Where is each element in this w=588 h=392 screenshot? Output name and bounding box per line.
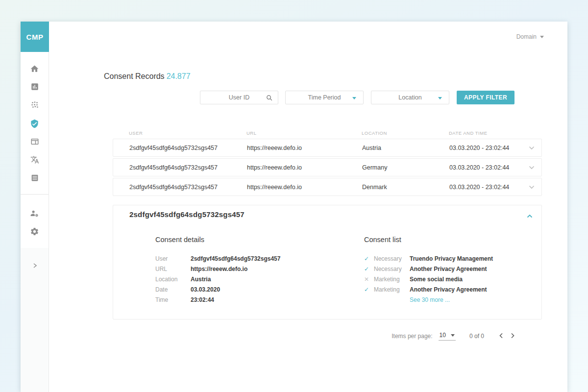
detail-label: URL xyxy=(155,266,191,272)
chevron-down-icon xyxy=(438,97,442,99)
dots-grid-icon xyxy=(30,100,39,109)
items-per-page-label: Items per page: xyxy=(392,333,432,340)
detail-label: Location xyxy=(155,276,191,283)
chevron-down-icon[interactable] xyxy=(529,166,535,170)
consent-status-icon: ✓ xyxy=(364,255,374,262)
sidebar-item-translations[interactable] xyxy=(29,154,41,166)
consent-list-item: ✓ Marketing Another Privacy Agreement xyxy=(364,284,493,294)
items-per-page-value: 10 xyxy=(440,332,446,339)
web-layout-icon xyxy=(30,137,39,146)
pagination-range: 0 of 0 xyxy=(469,333,484,340)
gear-icon xyxy=(30,227,39,236)
apply-filter-button[interactable]: APPLY FILTER xyxy=(457,91,514,104)
col-url: URL xyxy=(246,130,362,136)
pagination-bar: Items per page: 10 0 of 0 xyxy=(392,331,518,341)
cell-location: Denmark xyxy=(362,184,449,191)
time-period-label: Time Period xyxy=(308,94,341,101)
detail-label: Date xyxy=(155,286,191,293)
items-per-page-select[interactable]: 10 xyxy=(439,332,456,341)
detail-label: Time xyxy=(155,296,191,303)
chevron-down-icon xyxy=(352,97,356,99)
home-icon xyxy=(30,64,39,74)
sidebar: CMP xyxy=(21,22,49,392)
table-row[interactable]: 2sdfgvf45sdfg64sdg5732sgs457 https://ree… xyxy=(113,158,542,176)
see-more-link[interactable]: See 30 more ... xyxy=(410,294,493,305)
sidebar-item-home[interactable] xyxy=(29,63,41,74)
location-dropdown[interactable]: Location xyxy=(371,91,449,104)
sidebar-item-consent[interactable] xyxy=(29,118,41,129)
detail-row: Time 23:02:44 xyxy=(155,294,280,305)
detail-value: Austria xyxy=(191,276,280,283)
cell-user: 2sdfgvf45sdfg64sdg5732sgs457 xyxy=(129,184,247,191)
chevron-down-icon xyxy=(540,36,544,38)
detail-value: 2sdfgvf45sdfg64sdg5732sgs457 xyxy=(191,255,280,262)
detail-row: Location Austria xyxy=(155,274,280,284)
consent-status-icon: ✕ xyxy=(364,276,374,283)
sidebar-item-banner[interactable] xyxy=(29,136,41,147)
next-page-button[interactable] xyxy=(507,331,518,341)
cell-location: Germany xyxy=(362,164,449,171)
chevron-left-icon xyxy=(499,333,503,340)
user-id-input[interactable] xyxy=(215,94,264,101)
app-logo: CMP xyxy=(21,22,49,52)
consent-category: Necessary xyxy=(374,266,410,272)
cell-url: https://reeew.defo.io xyxy=(247,145,362,151)
translate-icon xyxy=(30,155,39,164)
sidebar-divider xyxy=(21,194,49,195)
table-row[interactable]: 2sdfgvf45sdfg64sdg5732sgs457 https://ree… xyxy=(113,139,542,157)
detail-row: User 2sdfgvf45sdfg64sdg5732sgs457 xyxy=(155,253,280,264)
consent-list-heading: Consent list xyxy=(364,236,493,244)
consent-list-item: ✓ Necessary Another Privacy Agreement xyxy=(364,264,493,274)
search-icon xyxy=(266,94,273,101)
chevron-down-icon[interactable] xyxy=(529,185,535,189)
main-content: Domain Consent Records24.877 Time Period… xyxy=(49,22,567,392)
app-window: CMP xyxy=(21,22,567,392)
consent-status-icon: ✓ xyxy=(364,266,374,272)
detail-value: 23:02:44 xyxy=(191,296,280,303)
consent-status-icon: ✓ xyxy=(364,286,374,293)
user-id-filter xyxy=(200,91,278,104)
detail-value: 03.03.2020 xyxy=(191,286,280,293)
consent-category: Marketing xyxy=(374,286,410,293)
sidebar-expand-button[interactable] xyxy=(29,260,41,271)
detail-row: Date 03.03.2020 xyxy=(155,284,280,294)
sidebar-item-services[interactable] xyxy=(29,99,41,111)
domain-selector[interactable]: Domain xyxy=(516,33,544,40)
cell-datetime: 03.03.2020 - 23:02:44 xyxy=(449,164,522,171)
sidebar-item-policies[interactable] xyxy=(29,172,41,184)
page-title: Consent Records24.877 xyxy=(104,72,191,81)
cell-user: 2sdfgvf45sdfg64sdg5732sgs457 xyxy=(129,145,247,151)
consent-name: Truendo Privacy Management xyxy=(410,255,493,262)
consent-list-item: ✕ Marketing Some social media xyxy=(364,274,493,284)
sidebar-item-analytics[interactable] xyxy=(29,81,41,93)
detail-row: URL https://reeew.defo.io xyxy=(155,264,280,274)
cell-url: https://reeew.defo.io xyxy=(247,164,362,171)
previous-page-button[interactable] xyxy=(495,331,507,341)
sidebar-item-settings[interactable] xyxy=(29,225,41,237)
sidebar-item-user-management[interactable] xyxy=(29,207,41,219)
consent-details-heading: Consent details xyxy=(155,236,280,244)
expanded-record-panel: 2sdfgvf45sdfg64sdg5732sgs457 Consent det… xyxy=(113,205,542,319)
user-settings-icon xyxy=(30,209,39,218)
chevron-right-icon xyxy=(511,333,515,340)
time-period-dropdown[interactable]: Time Period xyxy=(285,91,364,104)
location-label: Location xyxy=(398,94,421,101)
detail-value: https://reeew.defo.io xyxy=(191,266,280,272)
cell-user: 2sdfgvf45sdfg64sdg5732sgs457 xyxy=(129,164,247,171)
chevron-right-icon xyxy=(32,263,38,269)
col-location: LOCATION xyxy=(362,130,449,136)
detail-label: User xyxy=(155,255,191,262)
document-lines-icon xyxy=(30,173,39,182)
col-user: USER xyxy=(129,130,246,136)
consent-name: Another Privacy Agreement xyxy=(410,266,493,272)
consent-name: Some social media xyxy=(410,276,493,283)
cell-url: https://reeew.defo.io xyxy=(247,184,362,191)
collapse-button[interactable] xyxy=(524,211,536,220)
cell-datetime: 03.03.2020 - 23:02:44 xyxy=(449,145,522,151)
cell-location: Austria xyxy=(362,145,449,151)
chevron-down-icon[interactable] xyxy=(529,146,535,150)
consent-category: Marketing xyxy=(374,276,410,283)
chevron-down-icon xyxy=(451,334,455,337)
table-row[interactable]: 2sdfgvf45sdfg64sdg5732sgs457 https://ree… xyxy=(113,178,542,196)
col-datetime: DATE AND TIME xyxy=(449,130,522,136)
